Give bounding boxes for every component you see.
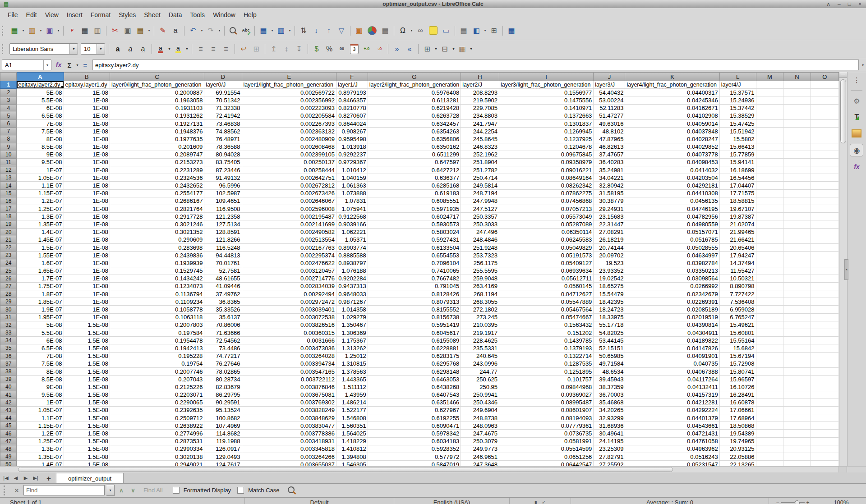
close-findbar-icon[interactable]: ×	[12, 486, 22, 495]
cell-K27[interactable]: 0.0266992	[625, 282, 719, 290]
cell-L4[interactable]: 15.37442	[719, 104, 756, 112]
cell-L27[interactable]: 8.890798	[719, 282, 756, 290]
cell-A23[interactable]: 1.55E-07	[17, 252, 64, 259]
cell-O9[interactable]	[811, 143, 838, 151]
cell-B4[interactable]: 1E-08	[64, 104, 110, 112]
row-header-25[interactable]: 25	[0, 267, 17, 275]
cell-C11[interactable]: 0.2153273	[110, 158, 204, 166]
cell-H29[interactable]: 268.3055	[461, 298, 499, 306]
cell-B3[interactable]: 1E-08	[64, 96, 110, 104]
cell-G18[interactable]: 0.6024717	[368, 213, 461, 220]
cell-G33[interactable]: 0.6045617	[368, 329, 461, 337]
cell-N13[interactable]	[783, 174, 811, 182]
cell-G23[interactable]: 0.6554553	[368, 252, 461, 259]
cell-N30[interactable]	[783, 306, 811, 313]
cell-K34[interactable]: 0.04189822	[625, 337, 719, 344]
insert-chart-button[interactable]	[368, 26, 377, 35]
cell-K18[interactable]: 0.04782956	[625, 213, 719, 220]
cell-G34[interactable]: 0.6155089	[368, 337, 461, 344]
row-header-23[interactable]: 23	[0, 252, 17, 259]
cell-F9[interactable]: 1.013918	[336, 143, 368, 151]
conditional-formatting-button[interactable]: ▦	[456, 43, 468, 55]
function-wizard-icon[interactable]: fx	[53, 60, 64, 70]
cell-A45[interactable]: 1.15E-07	[17, 422, 64, 430]
cell-H2[interactable]: 208.8293	[461, 89, 499, 96]
column-header-D[interactable]: D	[204, 73, 242, 81]
cell-K4[interactable]: 0.04162671	[625, 104, 719, 112]
cell-B31[interactable]: 1E-08	[64, 313, 110, 321]
cell-I35[interactable]: 0.1379193	[499, 344, 593, 352]
row-header-37[interactable]: 37	[0, 360, 17, 367]
cell-E1[interactable]: layer1/light_frac_photon_generation	[242, 81, 336, 89]
cell-J7[interactable]: 48.8102	[594, 128, 625, 135]
cell-G26[interactable]: 0.7667482	[368, 275, 461, 282]
cell-N7[interactable]	[783, 128, 811, 135]
cell-D36[interactable]: 74.77217	[204, 352, 242, 360]
cell-K7[interactable]: 0.04037848	[625, 128, 719, 135]
cell-I16[interactable]: 0.07456868	[499, 197, 593, 205]
cell-B44[interactable]: 1.5E-08	[64, 414, 110, 422]
toolbar-grip[interactable]	[2, 26, 5, 36]
cell-D15[interactable]: 102.5987	[204, 189, 242, 197]
cell-E12[interactable]: 0.00258444	[242, 166, 336, 174]
row-header-48[interactable]: 48	[0, 445, 17, 453]
conditional-formatting-dropdown[interactable]: ▾	[469, 43, 474, 55]
print-button[interactable]: ▦	[79, 25, 91, 37]
cell-O12[interactable]	[811, 166, 838, 174]
cell-G12[interactable]: 0.6427212	[368, 166, 461, 174]
cell-A34[interactable]: 6E-08	[17, 337, 64, 344]
navigator-button[interactable]: ◉	[850, 144, 863, 156]
cell-L7[interactable]: 15.51942	[719, 128, 756, 135]
cell-C17[interactable]: 0.2821764	[110, 205, 204, 213]
cell-M45[interactable]	[756, 422, 783, 430]
cell-N21[interactable]	[783, 236, 811, 243]
cell-N5[interactable]	[783, 112, 811, 119]
row-header-47[interactable]: 47	[0, 437, 17, 445]
cell-E35[interactable]: 0.003473036	[242, 344, 336, 352]
cell-L46[interactable]: 19.54389	[719, 430, 756, 437]
cell-N40[interactable]	[783, 383, 811, 391]
cell-B21[interactable]: 1E-08	[64, 236, 110, 243]
cell-E36[interactable]: 0.003264028	[242, 352, 336, 360]
cell-M44[interactable]	[756, 414, 783, 422]
cell-D39[interactable]: 80.28734	[204, 376, 242, 383]
cell-I24[interactable]: 0.05409127	[499, 259, 593, 267]
sidebar-toggle-button[interactable]: ▦	[506, 25, 517, 37]
cell-I23[interactable]: 0.05191573	[499, 252, 593, 259]
cell-D30[interactable]: 35.33526	[204, 306, 242, 313]
cell-G27[interactable]: 0.791045	[368, 282, 461, 290]
cell-C23[interactable]: 0.2439836	[110, 252, 204, 259]
cell-M41[interactable]	[756, 391, 783, 399]
cell-A35[interactable]: 6.5E-08	[17, 344, 64, 352]
new-document-button[interactable]: ▤	[9, 25, 20, 37]
insert-comment-button[interactable]	[429, 26, 438, 35]
cell-B25[interactable]: 1E-08	[64, 267, 110, 275]
cell-H26[interactable]: 259.9048	[461, 275, 499, 282]
cell-N35[interactable]	[783, 344, 811, 352]
cell-L28[interactable]: 7.727422	[719, 290, 756, 298]
cell-E29[interactable]: 0.002972472	[242, 298, 336, 306]
cell-B33[interactable]: 1.5E-08	[64, 329, 110, 337]
cell-F6[interactable]: 0.8644024	[336, 119, 368, 127]
menu-insert[interactable]: Insert	[63, 9, 87, 21]
cell-I5[interactable]: 0.1372663	[499, 112, 593, 119]
row-header-8[interactable]: 8	[0, 135, 17, 143]
row-header-26[interactable]: 26	[0, 275, 17, 282]
find-input[interactable]	[23, 485, 105, 495]
cell-K31[interactable]: 0.02019519	[625, 313, 719, 321]
cell-K49[interactable]: 0.0516243	[625, 453, 719, 461]
autofilter-button[interactable]: ▽	[336, 25, 347, 37]
cell-J33[interactable]: 54.82025	[594, 329, 625, 337]
undo-dropdown[interactable]: ▾	[199, 25, 204, 37]
cell-H41[interactable]: 250.9941	[461, 391, 499, 399]
cell-N10[interactable]	[783, 151, 811, 158]
cell-O3[interactable]	[811, 96, 838, 104]
cell-K9[interactable]: 0.04029852	[625, 143, 719, 151]
cell-H6[interactable]: 241.7947	[461, 119, 499, 127]
cell-D25[interactable]: 52.7581	[204, 267, 242, 275]
cell-F1[interactable]: layer1/J	[336, 81, 368, 89]
row-header-20[interactable]: 20	[0, 228, 17, 236]
find-all-button[interactable]: Find All	[143, 487, 163, 494]
cell-O49[interactable]	[811, 453, 838, 461]
cell-L30[interactable]: 6.959028	[719, 306, 756, 313]
